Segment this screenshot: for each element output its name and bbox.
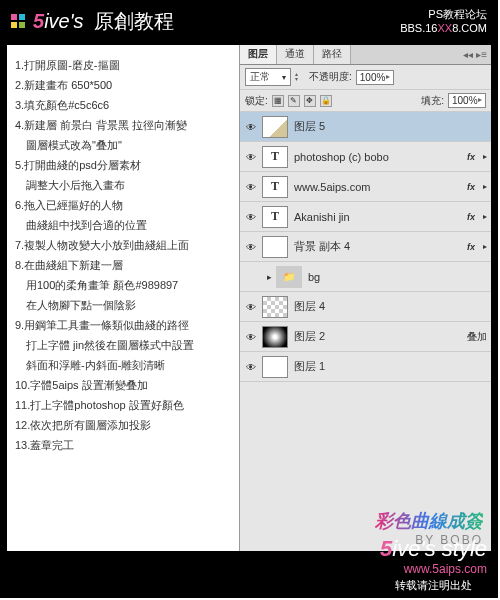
blend-badge: 叠加 <box>463 330 491 344</box>
layer-thumb <box>262 236 288 258</box>
step-line: 9.用鋼筆工具畫一條類似曲綫的路徑 <box>15 315 231 335</box>
tutorial-steps: 1.打開原圖-磨皮-摳圖2.新建畫布 650*5003.填充顏色#c5c6c64… <box>7 45 239 551</box>
folder-toggle-icon[interactable]: ▸ <box>262 272 276 282</box>
step-line: 用100的柔角畫筆 顏色#989897 <box>15 275 231 295</box>
step-line: 1.打開原圖-磨皮-摳圖 <box>15 55 231 75</box>
step-line: 在人物腳下點一個陰影 <box>15 295 231 315</box>
step-line: 8.在曲綫組下新建一層 <box>15 255 231 275</box>
step-line: 6.拖入已經摳好的人物 <box>15 195 231 215</box>
fx-expand-icon[interactable]: ▸ <box>479 242 491 251</box>
lock-trans-icon[interactable]: ▦ <box>272 95 284 107</box>
step-line: 調整大小后拖入畫布 <box>15 175 231 195</box>
layer-thumb: T <box>262 146 288 168</box>
layer-row[interactable]: 图层 4 <box>240 292 491 322</box>
step-line: 10.字體5aips 設置漸變叠加 <box>15 375 231 395</box>
header-logo: 5ive's 原創教程 <box>11 8 174 35</box>
folder-icon: 📁 <box>276 266 302 288</box>
lock-move-icon[interactable]: ✥ <box>304 95 316 107</box>
layer-row[interactable]: 图层 1 <box>240 352 491 382</box>
tab-channels[interactable]: 通道 <box>277 45 314 64</box>
step-line: 斜面和浮雕-内斜面-雕刻清晰 <box>15 355 231 375</box>
layer-name[interactable]: 图层 2 <box>294 329 463 344</box>
step-line: 12.依次把所有圖層添加投影 <box>15 415 231 435</box>
layer-thumb: T <box>262 206 288 228</box>
step-line: 2.新建畫布 650*500 <box>15 75 231 95</box>
lock-paint-icon[interactable]: ✎ <box>288 95 300 107</box>
layer-row[interactable]: Twww.5aips.comfx▸ <box>240 172 491 202</box>
layer-name[interactable]: 背景 副本 4 <box>294 239 463 254</box>
layer-thumb <box>262 326 288 348</box>
page-title: 原創教程 <box>94 8 174 35</box>
visibility-icon[interactable] <box>240 210 262 224</box>
visibility-icon[interactable] <box>240 240 262 254</box>
layer-name[interactable]: 图层 1 <box>294 359 491 374</box>
layer-row[interactable]: 图层 2叠加 <box>240 322 491 352</box>
layer-row[interactable]: 图层 5 <box>240 112 491 142</box>
lock-all-icon[interactable]: 🔒 <box>320 95 332 107</box>
fx-badge[interactable]: fx <box>463 152 479 162</box>
layer-name[interactable]: photoshop (c) bobo <box>294 151 463 163</box>
step-line: 13.蓋章完工 <box>15 435 231 455</box>
fx-expand-icon[interactable]: ▸ <box>479 212 491 221</box>
fx-badge[interactable]: fx <box>463 242 479 252</box>
panel-menu-icon[interactable]: ◂◂ ▸≡ <box>459 45 491 64</box>
opacity-label: 不透明度: <box>309 70 352 84</box>
mode-stepper[interactable]: ▴▾ <box>295 72 305 82</box>
fx-expand-icon[interactable]: ▸ <box>479 152 491 161</box>
layer-name[interactable]: Akanishi jin <box>294 211 463 223</box>
blend-mode-select[interactable]: 正常 <box>245 68 291 86</box>
layer-row[interactable]: ▸📁bg <box>240 262 491 292</box>
layer-row[interactable]: 背景 副本 4fx▸ <box>240 232 491 262</box>
forum-credit: PS教程论坛 BBS.16XX8.COM <box>400 7 487 35</box>
layer-row[interactable]: TAkanishi jinfx▸ <box>240 202 491 232</box>
logo-dots <box>11 14 25 28</box>
step-line: 11.打上字體photoshop 設置好顏色 <box>15 395 231 415</box>
layer-thumb <box>262 116 288 138</box>
layer-row[interactable]: Tphotoshop (c) bobofx▸ <box>240 142 491 172</box>
layers-panel: 图层 通道 路径 ◂◂ ▸≡ 正常 ▴▾ 不透明度: 100% 锁定: ▦ ✎ … <box>239 45 491 551</box>
lock-label: 锁定: <box>245 94 268 108</box>
tab-paths[interactable]: 路径 <box>314 45 351 64</box>
layer-name[interactable]: 图层 4 <box>294 299 491 314</box>
footer: 5ive's style www.5aips.com 转载请注明出处 <box>380 536 487 593</box>
tab-layers[interactable]: 图层 <box>240 45 277 64</box>
step-line: 打上字體 jin然後在圖層樣式中設置 <box>15 335 231 355</box>
fx-badge[interactable]: fx <box>463 212 479 222</box>
layer-thumb <box>262 296 288 318</box>
layer-name[interactable]: www.5aips.com <box>294 181 463 193</box>
layer-name[interactable]: 图层 5 <box>294 119 491 134</box>
opacity-input[interactable]: 100% <box>356 70 394 85</box>
layer-name[interactable]: bg <box>308 271 491 283</box>
fx-badge[interactable]: fx <box>463 182 479 192</box>
visibility-icon[interactable] <box>240 360 262 374</box>
step-line: 5.打開曲綫的psd分層素材 <box>15 155 231 175</box>
visibility-icon[interactable] <box>240 120 262 134</box>
visibility-icon[interactable] <box>240 330 262 344</box>
step-line: 7.複製人物改變大小放到曲綫組上面 <box>15 235 231 255</box>
layer-thumb <box>262 356 288 378</box>
fill-input[interactable]: 100% <box>448 93 486 108</box>
visibility-icon[interactable] <box>240 300 262 314</box>
step-line: 圖層模式改為"叠加" <box>15 135 231 155</box>
fill-label: 填充: <box>421 94 444 108</box>
step-line: 4.新建層 前景白 背景黑 拉徑向漸變 <box>15 115 231 135</box>
visibility-icon[interactable] <box>240 150 262 164</box>
visibility-icon[interactable] <box>240 180 262 194</box>
fx-expand-icon[interactable]: ▸ <box>479 182 491 191</box>
step-line: 曲綫組中找到合適的位置 <box>15 215 231 235</box>
layer-thumb: T <box>262 176 288 198</box>
step-line: 3.填充顏色#c5c6c6 <box>15 95 231 115</box>
